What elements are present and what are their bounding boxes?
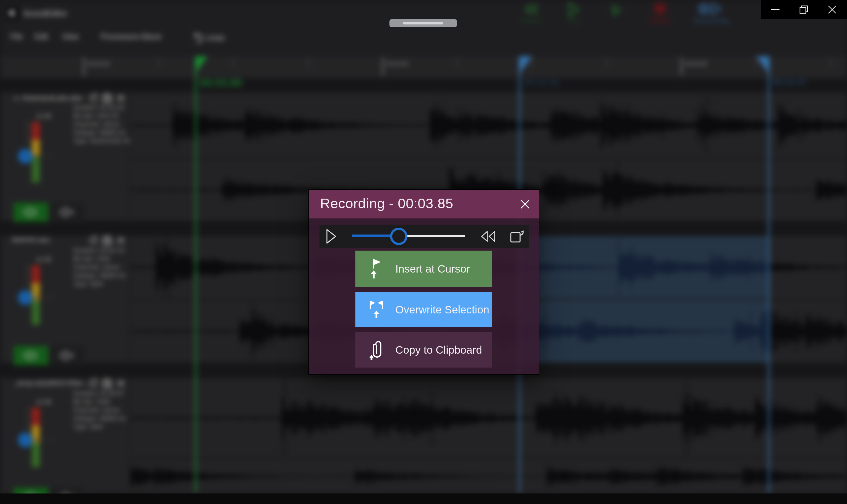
overwrite-selection-button[interactable]: Overwrite Selection	[355, 292, 492, 327]
drag-handle-line	[403, 22, 443, 24]
preview-loop-button[interactable]	[509, 228, 525, 245]
preview-play-icon	[325, 229, 337, 244]
minimize-button[interactable]	[761, 0, 790, 19]
bottom-bar	[0, 493, 847, 504]
preview-play-button[interactable]	[325, 229, 337, 244]
recording-dialog-header[interactable]: Recording - 00:03.85	[309, 190, 539, 218]
window-controls	[761, 0, 847, 19]
seek-slider-thumb[interactable]	[390, 228, 407, 245]
recording-dialog: Recording - 00:03.85	[309, 190, 539, 374]
recording-dialog-body: Insert at Cursor Overwrite Selection	[309, 218, 539, 374]
minimize-icon	[771, 9, 779, 10]
insert-at-cursor-button[interactable]: Insert at Cursor	[355, 251, 492, 287]
close-window-icon	[828, 5, 837, 14]
preview-player	[319, 224, 529, 248]
insert-at-cursor-icon	[368, 259, 383, 279]
preview-loop-icon	[509, 228, 525, 245]
preview-rewind-icon	[479, 230, 497, 243]
app-window: SoundEditor File Edit View Processors Ab…	[0, 0, 847, 504]
preview-rewind-button[interactable]	[479, 230, 497, 243]
copy-to-clipboard-button[interactable]: Copy to Clipboard	[355, 332, 492, 367]
seek-slider-remaining[interactable]	[398, 235, 465, 237]
overwrite-selection-icon	[368, 300, 385, 319]
restore-icon	[799, 5, 808, 14]
copy-to-clipboard-icon	[368, 340, 385, 360]
dialog-close-button[interactable]	[518, 197, 532, 212]
window-drag-handle[interactable]	[389, 19, 457, 27]
restore-button[interactable]	[790, 0, 818, 19]
close-window-button[interactable]	[818, 0, 846, 19]
dialog-close-icon	[520, 199, 530, 210]
recording-dialog-title: Recording - 00:03.85	[320, 196, 453, 212]
